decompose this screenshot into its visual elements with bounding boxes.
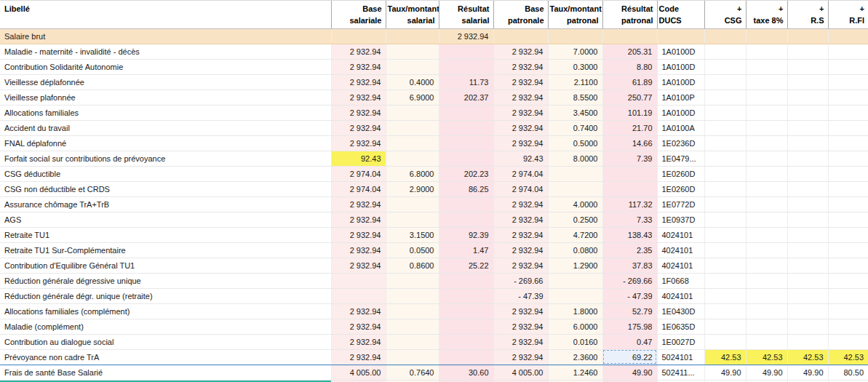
- cell-base_sal[interactable]: 2 932.94: [331, 74, 386, 89]
- cell-taux_pat[interactable]: 0.2500: [548, 212, 602, 227]
- cell-base_pat[interactable]: 2 974.04: [493, 166, 548, 181]
- table-row[interactable]: CSG non déductible et CRDS2 974.042.9000…: [0, 181, 868, 196]
- table-row[interactable]: Prévoyance non cadre TrA2 932.942 932.94…: [0, 349, 868, 365]
- cell-code[interactable]: 1A0100D: [657, 44, 704, 59]
- cell-res_sal[interactable]: [439, 44, 493, 59]
- cell-taux_pat[interactable]: 3.4500: [548, 105, 602, 120]
- cell-libelle[interactable]: Retraite TU1: [0, 227, 331, 242]
- cell-res_sal[interactable]: [439, 288, 493, 303]
- cell-csg[interactable]: [704, 258, 746, 273]
- cell-res_sal[interactable]: 11.73: [439, 74, 493, 89]
- cell-r_s[interactable]: [787, 181, 828, 196]
- cell-libelle[interactable]: CSG déductible: [0, 166, 331, 181]
- table-row[interactable]: Allocations familiales (complément)2 932…: [0, 303, 868, 319]
- cell-base_pat[interactable]: 92.43: [493, 151, 548, 166]
- cell-taxe8[interactable]: [746, 273, 787, 288]
- table-row[interactable]: Frais de santé Base Salarié4 005.000.764…: [0, 365, 868, 380]
- cell-code[interactable]: 1A0100D: [657, 74, 704, 89]
- cell-taxe8[interactable]: [746, 74, 787, 89]
- cell-res_pat[interactable]: 8.80: [602, 59, 657, 74]
- cell-base_sal[interactable]: 92.43: [331, 151, 386, 166]
- cell-r_f[interactable]: [828, 89, 868, 105]
- cell-base_sal[interactable]: 2 974.04: [331, 181, 386, 196]
- table-row[interactable]: Allocations familiales2 932.942 932.943.…: [0, 105, 868, 120]
- cell-base_sal[interactable]: 2 932.94: [331, 242, 386, 258]
- cell-base_pat[interactable]: 2 932.94: [493, 59, 548, 74]
- table-row[interactable]: Salaire brut2 932.94: [0, 28, 868, 44]
- cell-taux_sal[interactable]: [386, 105, 439, 120]
- cell-code[interactable]: 1E0635D: [657, 319, 704, 334]
- cell-csg[interactable]: [704, 135, 746, 151]
- cell-taxe8[interactable]: [746, 166, 787, 181]
- cell-code[interactable]: 1A0100D: [657, 59, 704, 74]
- cell-r_f[interactable]: [828, 28, 868, 44]
- cell-taux_pat[interactable]: 0.7400: [548, 120, 602, 135]
- cell-base_sal[interactable]: 2 932.94: [331, 105, 386, 120]
- cell-code[interactable]: 4024101: [657, 288, 704, 303]
- cell-taux_sal[interactable]: [386, 288, 439, 303]
- cell-taxe8[interactable]: [746, 303, 787, 319]
- cell-code[interactable]: 1E0236D: [657, 135, 704, 151]
- cell-base_pat[interactable]: 2 932.94: [493, 44, 548, 59]
- cell-base_sal[interactable]: [331, 288, 386, 303]
- cell-r_s[interactable]: [787, 151, 828, 166]
- cell-res_sal[interactable]: [439, 212, 493, 227]
- cell-base_pat[interactable]: - 269.66: [493, 273, 548, 288]
- cell-r_s[interactable]: [787, 273, 828, 288]
- cell-libelle[interactable]: FNAL déplafonné: [0, 135, 331, 151]
- cell-code[interactable]: 4024101: [657, 258, 704, 273]
- cell-r_f[interactable]: [828, 288, 868, 303]
- cell-r_f[interactable]: [828, 196, 868, 212]
- cell-taxe8[interactable]: [746, 181, 787, 196]
- cell-csg[interactable]: [704, 120, 746, 135]
- cell-taux_sal[interactable]: [386, 212, 439, 227]
- cell-libelle[interactable]: Frais de santé Base Salarié: [0, 365, 331, 380]
- cell-r_s[interactable]: [787, 258, 828, 273]
- cell-r_s[interactable]: [787, 105, 828, 120]
- cell-res_pat[interactable]: 0.47: [602, 334, 657, 349]
- cell-taux_sal[interactable]: [386, 28, 439, 44]
- cell-taux_sal[interactable]: [386, 151, 439, 166]
- cell-res_sal[interactable]: 2 932.94: [439, 28, 493, 44]
- table-row[interactable]: Réduction générale dégressive unique- 26…: [0, 273, 868, 288]
- cell-taxe8[interactable]: [746, 242, 787, 258]
- cell-res_pat[interactable]: [602, 166, 657, 181]
- cell-r_s[interactable]: [787, 196, 828, 212]
- cell-taxe8[interactable]: [746, 334, 787, 349]
- table-row[interactable]: Maladie (complément)2 932.942 932.946.00…: [0, 319, 868, 334]
- cell-r_s[interactable]: [787, 135, 828, 151]
- cell-base_pat[interactable]: 2 932.94: [493, 196, 548, 212]
- cell-csg[interactable]: [704, 319, 746, 334]
- table-row[interactable]: Accident du travail2 932.942 932.940.740…: [0, 120, 868, 135]
- cell-taux_sal[interactable]: 0.0500: [386, 242, 439, 258]
- cell-res_sal[interactable]: 202.23: [439, 166, 493, 181]
- cell-res_sal[interactable]: [439, 273, 493, 288]
- cell-base_pat[interactable]: 2 932.94: [493, 89, 548, 105]
- table-row[interactable]: FNAL déplafonné2 932.942 932.940.500014.…: [0, 135, 868, 151]
- table-row[interactable]: Contribution d'Equilibre Général TU12 93…: [0, 258, 868, 273]
- cell-code[interactable]: 5024101: [657, 349, 704, 365]
- cell-r_s[interactable]: [787, 74, 828, 89]
- cell-res_pat[interactable]: 117.32: [602, 196, 657, 212]
- cell-base_sal[interactable]: 2 932.94: [331, 349, 386, 365]
- cell-res_pat[interactable]: 69.22: [602, 349, 657, 365]
- cell-base_pat[interactable]: 2 932.94: [493, 349, 548, 365]
- cell-taux_sal[interactable]: [386, 44, 439, 59]
- cell-taux_sal[interactable]: [386, 303, 439, 319]
- cell-taux_pat[interactable]: 2.1100: [548, 74, 602, 89]
- cell-res_pat[interactable]: 2.35: [602, 242, 657, 258]
- cell-base_pat[interactable]: - 47.39: [493, 288, 548, 303]
- cell-base_sal[interactable]: 2 932.94: [331, 212, 386, 227]
- cell-res_pat[interactable]: 52.79: [602, 303, 657, 319]
- cell-code[interactable]: 4024101: [657, 242, 704, 258]
- header-resultat-salarial[interactable]: Résultat salarial: [439, 1, 493, 28]
- cell-taux_pat[interactable]: [548, 28, 602, 44]
- cell-res_pat[interactable]: 7.33: [602, 212, 657, 227]
- cell-libelle[interactable]: Forfait social sur contributions de prév…: [0, 151, 331, 166]
- cell-r_s[interactable]: [787, 166, 828, 181]
- cell-r_s[interactable]: [787, 319, 828, 334]
- cell-taux_pat[interactable]: 7.0000: [548, 44, 602, 59]
- cell-r_f[interactable]: [828, 212, 868, 227]
- cell-taux_sal[interactable]: [386, 120, 439, 135]
- header-r-s[interactable]: + R.S: [787, 1, 828, 28]
